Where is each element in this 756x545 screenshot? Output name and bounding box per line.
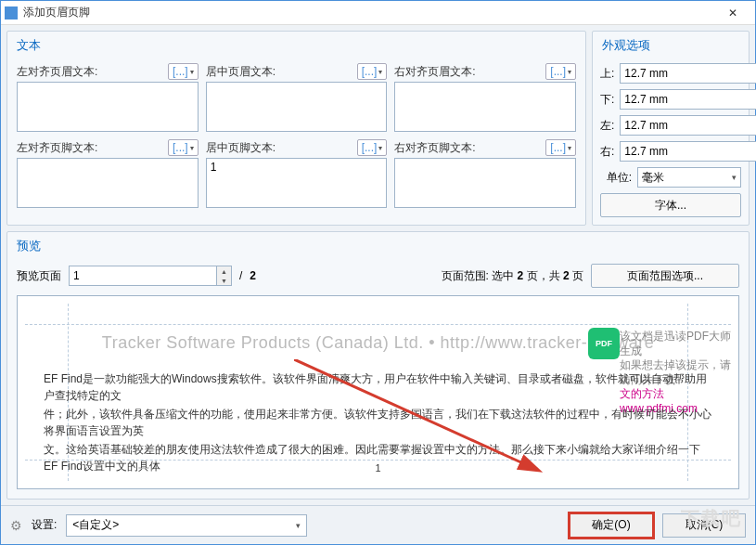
window-title: 添加页眉页脚 [23, 5, 714, 20]
preset-value: <自定义> [72, 517, 119, 533]
page-range-text: 页面范围: 选中 2 页，共 2 页 [442, 268, 583, 284]
preview-header: 预览 [7, 232, 749, 260]
input-margin-top[interactable] [620, 63, 756, 84]
page-sep: / [239, 269, 242, 282]
input-header-left[interactable] [17, 82, 199, 132]
appearance-panel: 外观选项 上: ▲▼ 下: ▲▼ [592, 31, 750, 226]
margin-bottom-row: 下: ▲▼ [600, 89, 741, 110]
spin-margin-left[interactable]: ▲▼ [620, 115, 756, 136]
field-footer-right: 右对齐页脚文本: [...]▾ [394, 139, 576, 208]
document-content: EF Find是一款功能强大的Windows搜索软件。该软件界面清爽大方，用户在… [44, 370, 712, 476]
label-footer-center: 居中页脚文本: [206, 140, 275, 156]
guide-line [25, 324, 731, 325]
dialog-window: 添加页眉页脚 ✕ 文本 左对齐页眉文本: [...]▾ [0, 0, 756, 545]
label-footer-right: 右对齐页脚文本: [394, 140, 475, 156]
pdf-badge-icon: PDF [588, 328, 620, 359]
bracket-icon: [...] [550, 141, 566, 154]
text-panel: 文本 左对齐页眉文本: [...]▾ 居中页眉文本: [...]▾ [6, 31, 586, 226]
site-watermark: 下载吧 [681, 506, 742, 531]
bracket-icon: [...] [362, 141, 378, 154]
bracket-icon: [...] [550, 65, 566, 78]
settings-label: 设置: [32, 517, 57, 533]
spin-margin-bottom[interactable]: ▲▼ [620, 89, 756, 110]
page-number: 1 [25, 462, 731, 474]
chevron-down-icon: ▾ [378, 68, 382, 76]
text-panel-body: 左对齐页眉文本: [...]▾ 居中页眉文本: [...]▾ [7, 59, 585, 217]
chevron-down-icon: ▾ [568, 68, 571, 76]
input-header-center[interactable] [206, 82, 388, 132]
input-margin-left[interactable] [620, 115, 756, 136]
bracket-icon: [...] [362, 65, 378, 78]
macro-btn-header-center[interactable]: [...]▾ [357, 63, 388, 80]
label-header-right: 右对齐页眉文本: [394, 64, 475, 80]
label-unit: 单位: [600, 170, 632, 186]
dialog-footer: ⚙ 设置: <自定义> ▾ 确定(O) 取消(C) [1, 505, 755, 544]
spin-margin-top[interactable]: ▲▼ [620, 63, 756, 84]
input-margin-bottom[interactable] [620, 89, 756, 110]
page-total: 2 [250, 269, 256, 282]
margin-top-row: 上: ▲▼ [600, 63, 741, 84]
preview-panel: 预览 预览页面 ▲▼ / 2 页面范围: 选中 2 页，共 2 页 [6, 231, 750, 500]
label-footer-left: 左对齐页脚文本: [17, 140, 97, 156]
unit-select[interactable]: 毫米 ▾ [637, 167, 741, 188]
spin-up-icon[interactable]: ▲ [217, 266, 231, 276]
preview-area[interactable]: Tracker Software Products (Canada) Ltd. … [17, 295, 739, 489]
text-panel-header: 文本 [7, 32, 585, 59]
font-button[interactable]: 字体... [600, 193, 741, 217]
input-footer-left[interactable] [17, 158, 199, 208]
preset-select[interactable]: <自定义> ▾ [66, 514, 307, 537]
unit-value: 毫米 [642, 170, 664, 186]
appearance-header: 外观选项 [593, 32, 749, 59]
chevron-down-icon: ▾ [568, 144, 571, 152]
label-header-left: 左对齐页眉文本: [17, 64, 97, 80]
app-icon [5, 6, 18, 19]
titlebar: 添加页眉页脚 ✕ [1, 1, 755, 25]
margin-right-row: 右: ▲▼ [600, 141, 741, 162]
input-footer-center[interactable]: 1 [206, 158, 388, 208]
dialog-body: 文本 左对齐页眉文本: [...]▾ 居中页眉文本: [...]▾ [1, 25, 755, 505]
close-icon: ✕ [728, 6, 737, 19]
label-margin-right: 右: [600, 144, 614, 160]
macro-btn-footer-left[interactable]: [...]▾ [168, 139, 199, 156]
label-header-center: 居中页眉文本: [206, 64, 275, 80]
margin-left-row: 左: ▲▼ [600, 115, 741, 136]
appearance-body: 上: ▲▼ 下: ▲▼ 左: [593, 59, 749, 225]
field-footer-left: 左对齐页脚文本: [...]▾ [17, 139, 199, 208]
macro-btn-footer-center[interactable]: [...]▾ [357, 139, 388, 156]
unit-row: 单位: 毫米 ▾ [600, 167, 741, 188]
chevron-down-icon: ▾ [378, 144, 382, 152]
chevron-down-icon: ▾ [190, 144, 194, 152]
preview-controls: 预览页面 ▲▼ / 2 页面范围: 选中 2 页，共 2 页 页面范围选项... [7, 260, 749, 292]
page-range-options-button[interactable]: 页面范围选项... [591, 264, 739, 288]
preview-page-spin[interactable]: ▲▼ [69, 266, 232, 286]
spin-margin-right[interactable]: ▲▼ [620, 141, 756, 162]
top-row: 文本 左对齐页眉文本: [...]▾ 居中页眉文本: [...]▾ [6, 31, 750, 226]
input-footer-right[interactable] [394, 158, 576, 208]
field-header-center: 居中页眉文本: [...]▾ [206, 63, 388, 132]
input-margin-right[interactable] [620, 141, 756, 162]
preview-page-label: 预览页面 [17, 268, 61, 284]
input-header-right[interactable] [394, 82, 576, 132]
ok-button[interactable]: 确定(O) [570, 513, 653, 538]
spin-down-icon[interactable]: ▼ [217, 276, 231, 285]
bracket-icon: [...] [173, 141, 188, 154]
chevron-down-icon: ▾ [190, 68, 194, 76]
preview-page-input[interactable] [69, 266, 217, 286]
label-margin-left: 左: [600, 118, 614, 134]
chevron-down-icon: ▾ [732, 173, 737, 182]
macro-btn-header-right[interactable]: [...]▾ [545, 63, 576, 80]
macro-btn-footer-right[interactable]: [...]▾ [545, 139, 576, 156]
label-margin-top: 上: [600, 66, 614, 82]
chevron-down-icon: ▾ [296, 521, 301, 530]
field-header-left: 左对齐页眉文本: [...]▾ [17, 63, 199, 132]
preview-page: Tracker Software Products (Canada) Ltd. … [25, 304, 731, 481]
field-header-right: 右对齐页眉文本: [...]▾ [394, 63, 576, 132]
field-footer-center: 居中页脚文本: [...]▾ 1 [206, 139, 388, 208]
label-margin-bottom: 下: [600, 92, 614, 108]
macro-btn-header-left[interactable]: [...]▾ [168, 63, 199, 80]
close-button[interactable]: ✕ [714, 2, 751, 24]
gear-icon[interactable]: ⚙ [10, 518, 22, 533]
bracket-icon: [...] [173, 65, 188, 78]
